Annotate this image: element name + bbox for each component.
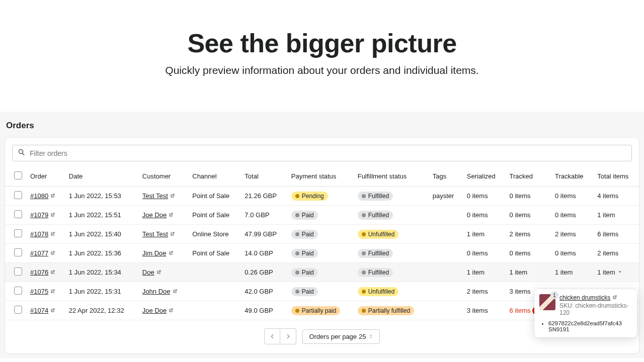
order-total-items: 4 items: [593, 187, 639, 206]
order-serialized: 3 items: [463, 301, 506, 320]
section-title: Orders: [6, 121, 639, 131]
order-link[interactable]: #1075: [30, 288, 48, 295]
order-link[interactable]: #1074: [30, 307, 48, 314]
col-total-items[interactable]: Total items: [593, 166, 639, 187]
row-checkbox[interactable]: [14, 248, 22, 256]
customer-link[interactable]: Joe Doe: [142, 211, 167, 219]
row-checkbox[interactable]: [14, 306, 22, 314]
customer-link[interactable]: Joe Doe: [142, 307, 167, 314]
row-checkbox[interactable]: [14, 229, 22, 237]
pager: [264, 328, 296, 344]
fulfillment-status-badge: Unfulfilled: [358, 287, 399, 296]
table-row[interactable]: #10771 Jun 2022, 15:36Jim DoePoint of Sa…: [5, 244, 639, 263]
order-total: 47.99 GBP: [240, 225, 287, 244]
external-link-icon: [169, 211, 174, 216]
item-name-link[interactable]: chicken drumsticks: [559, 294, 617, 301]
prev-page-button[interactable]: [264, 328, 280, 344]
table-row[interactable]: #10801 Jun 2022, 15:53Test TestPoint of …: [5, 187, 639, 206]
row-checkbox[interactable]: [14, 210, 22, 218]
order-channel: [188, 263, 240, 282]
order-channel: Point of Sale: [188, 187, 240, 206]
table-row[interactable]: #10781 Jun 2022, 15:40Test TestOnline St…: [5, 225, 639, 244]
col-serialized[interactable]: Serialized: [463, 166, 506, 187]
external-link-icon: [169, 249, 174, 254]
external-link-icon: [50, 249, 55, 254]
order-serialized: 0 items: [463, 244, 506, 263]
order-link[interactable]: #1076: [30, 268, 48, 276]
order-total: 14.0 GBP: [240, 244, 287, 263]
order-trackable: 0 items: [551, 206, 593, 225]
order-trackable: 1 item: [551, 263, 593, 282]
customer-link[interactable]: Test Test: [142, 192, 168, 200]
order-serialized: 0 items: [463, 187, 506, 206]
order-link[interactable]: #1077: [30, 249, 48, 257]
fulfillment-status-badge: Partially fulfilled: [358, 306, 414, 315]
customer-link[interactable]: Jim Doe: [142, 249, 167, 257]
external-link-icon: [170, 230, 175, 235]
col-customer[interactable]: Customer: [138, 166, 188, 187]
search-input[interactable]: [30, 149, 626, 157]
fulfillment-status-badge: Fulfilled: [358, 249, 393, 258]
external-link-icon: [50, 192, 55, 197]
orders-panel: Orders Order Date Customer Channel Total…: [0, 112, 644, 358]
per-page-label: Orders per page: [309, 333, 357, 340]
hero: See the bigger picture Quickly preview i…: [0, 0, 644, 112]
order-total: 7.0 GBP: [240, 206, 287, 225]
order-trackable: 0 items: [551, 244, 593, 263]
order-date: 1 Jun 2022, 15:34: [65, 263, 138, 282]
per-page-select[interactable]: Orders per page 25: [302, 329, 379, 344]
order-link[interactable]: #1079: [30, 211, 48, 219]
order-total-items: 2 items: [593, 244, 639, 263]
col-date[interactable]: Date: [65, 166, 138, 187]
col-channel[interactable]: Channel: [188, 166, 240, 187]
order-total-items: 6 items: [593, 225, 639, 244]
col-order[interactable]: Order: [26, 166, 65, 187]
order-total: 21.26 GBP: [240, 187, 287, 206]
col-trackable[interactable]: Trackable: [551, 166, 593, 187]
col-payment[interactable]: Payment status: [287, 166, 354, 187]
payment-status-badge: Paid: [291, 268, 318, 277]
order-serialized: 2 items: [463, 282, 506, 301]
payment-status-badge: Partially paid: [291, 306, 341, 315]
search-field[interactable]: [12, 145, 632, 161]
order-channel: [188, 301, 240, 320]
table-row[interactable]: #10761 Jun 2022, 15:34Doe0.26 GBPPaidFul…: [5, 263, 639, 282]
search-icon: [18, 148, 30, 158]
customer-link[interactable]: Doe: [142, 268, 154, 276]
external-link-icon: [612, 294, 617, 299]
col-tracked[interactable]: Tracked: [506, 166, 551, 187]
order-channel: Online Store: [188, 225, 240, 244]
order-channel: Point of Sale: [188, 244, 240, 263]
order-link[interactable]: #1078: [30, 230, 48, 238]
hero-title: See the bigger picture: [10, 28, 634, 58]
payment-status-badge: Paid: [291, 211, 318, 220]
customer-link[interactable]: Test Test: [142, 230, 168, 238]
select-all-checkbox[interactable]: [14, 171, 22, 179]
next-page-button[interactable]: [280, 328, 296, 344]
external-link-icon: [50, 230, 55, 235]
order-serialized: 1 item: [463, 225, 506, 244]
per-page-value: 25: [359, 333, 366, 340]
external-link-icon: [156, 268, 162, 274]
order-total: 0.26 GBP: [240, 263, 287, 282]
row-checkbox[interactable]: [14, 191, 22, 199]
order-tags: [429, 244, 463, 263]
order-date: 1 Jun 2022, 15:31: [65, 282, 138, 301]
order-total: 42.0 GBP: [240, 282, 287, 301]
row-checkbox[interactable]: [14, 287, 22, 295]
customer-link[interactable]: John Doe: [142, 288, 171, 295]
fulfillment-status-badge: Fulfilled: [358, 268, 393, 277]
col-tags[interactable]: Tags: [429, 166, 463, 187]
col-fulfillment[interactable]: Fulfillment status: [354, 166, 429, 187]
col-total[interactable]: Total: [240, 166, 287, 187]
table-row[interactable]: #10791 Jun 2022, 15:51Joe DoePoint of Sa…: [5, 206, 639, 225]
item-code: 6297822c2e8d2ead5f7afc43: [548, 320, 632, 326]
external-link-icon: [50, 268, 55, 274]
order-tracked: 0 items: [506, 244, 551, 263]
order-date: 1 Jun 2022, 15:53: [65, 187, 138, 206]
row-checkbox[interactable]: [14, 267, 22, 276]
fulfillment-status-badge: Unfulfilled: [358, 230, 399, 239]
order-link[interactable]: #1080: [30, 192, 48, 200]
external-link-icon: [50, 288, 55, 293]
payment-status-badge: Pending: [291, 192, 328, 201]
